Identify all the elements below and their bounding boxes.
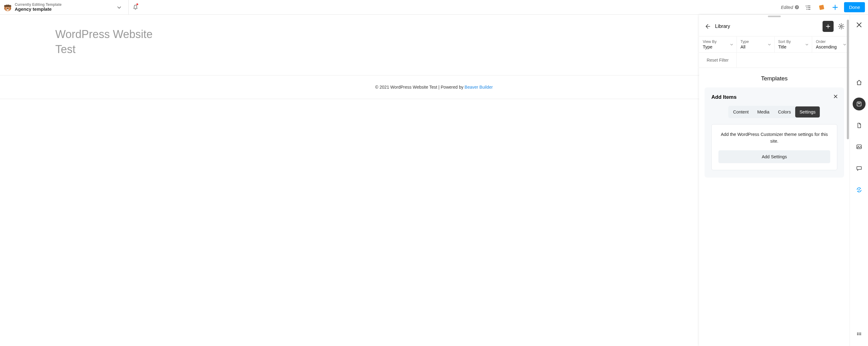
add-button[interactable] [831,3,840,12]
filter-value: All [741,44,771,49]
svg-rect-6 [7,9,9,10]
templates-section-title: Templates [699,68,849,88]
footer-link[interactable]: Beaver Builder [465,85,493,90]
template-dropdown-button[interactable] [113,0,125,15]
svg-point-24 [859,333,859,334]
topbar-right: Edited ? Done [781,2,868,12]
filter-type[interactable]: Type All [737,36,775,53]
svg-point-14 [807,9,807,10]
library-header: Library [699,15,849,36]
reset-filter-button[interactable]: Reset Filter [699,53,737,67]
filter-value: Title [778,44,808,49]
reset-filter-row: Reset Filter [699,53,849,68]
svg-rect-19 [857,102,861,106]
title-main: Agency template [15,7,61,12]
library-title: Library [715,24,818,29]
workspace: WordPress Website Test © 2021 WordPress … [0,15,868,346]
settings-description: Add the WordPress Customizer theme setti… [718,131,830,145]
add-items-title: Add Items [711,94,837,100]
rail-comments-button[interactable] [852,162,866,175]
svg-point-7 [7,8,9,9]
tab-media[interactable]: Media [753,106,774,117]
done-button[interactable]: Done [844,2,865,12]
svg-text:?: ? [796,6,798,9]
edited-text: Edited [781,5,793,10]
filter-order[interactable]: Order Ascending [812,36,849,53]
filter-label: View By [703,40,733,44]
svg-point-28 [860,334,861,335]
right-rail [849,15,868,346]
svg-point-25 [860,333,861,334]
add-items-tabs: Content Media Colors Settings [728,106,821,118]
tab-content[interactable]: Content [729,106,753,117]
add-items-card: Add Items Content Media Colors Settings … [705,88,844,178]
back-button[interactable] [704,23,711,30]
title-kicker: Currently Editing Template [15,3,61,7]
tab-colors[interactable]: Colors [774,106,795,117]
close-button[interactable] [833,94,838,99]
rail-home-button[interactable] [852,76,866,89]
svg-point-26 [857,334,858,335]
library-panel: Library View By Type Type All [699,15,849,346]
library-filters: View By Type Type All Sort By Title Orde… [699,36,849,53]
close-panel-button[interactable] [856,22,862,28]
library-add-button[interactable] [823,21,834,32]
add-settings-button[interactable]: Add Settings [718,150,830,163]
bookmark-icon[interactable] [817,3,826,12]
help-icon[interactable]: ? [795,5,799,9]
svg-point-27 [859,334,859,335]
heading-line1: WordPress Website [55,28,153,40]
rail-sync-button[interactable] [852,183,866,196]
chevron-down-icon [805,43,809,46]
svg-point-5 [9,7,9,8]
top-toolbar: Currently Editing Template Agency templa… [0,0,868,15]
filter-value: Type [703,44,733,49]
notifications-button[interactable] [129,0,142,15]
library-settings-button[interactable] [838,23,845,30]
filter-value: Ascending [816,44,846,49]
edited-status: Edited ? [781,5,799,10]
rail-library-button[interactable] [852,98,866,110]
filter-view-by[interactable]: View By Type [699,36,737,53]
chevron-down-icon [730,43,734,46]
filter-label: Type [741,40,771,44]
svg-point-23 [857,333,858,334]
svg-rect-17 [819,5,824,9]
footer-text: © 2021 WordPress Website Test | Powered … [375,85,465,90]
chevron-down-icon [768,43,771,46]
filter-sort-by[interactable]: Sort By Title [775,36,812,53]
svg-point-22 [858,189,859,191]
title-block[interactable]: Currently Editing Template Agency templa… [15,3,61,12]
svg-point-10 [806,5,807,6]
rail-pages-button[interactable] [852,119,866,132]
filter-label: Order [816,40,846,44]
drag-handle[interactable] [768,15,781,17]
rail-apps-button[interactable] [852,328,866,341]
topbar-left: Currently Editing Template Agency templa… [0,0,128,15]
rail-media-button[interactable] [852,140,866,153]
tab-settings[interactable]: Settings [795,106,820,117]
outline-button[interactable] [804,3,813,12]
beaver-logo-icon[interactable] [3,3,12,12]
svg-point-12 [807,7,807,8]
settings-box: Add the WordPress Customizer theme setti… [711,124,837,170]
chevron-down-icon [843,43,846,46]
svg-point-18 [840,26,842,27]
filter-label: Sort By [778,40,808,44]
svg-point-4 [6,7,6,8]
